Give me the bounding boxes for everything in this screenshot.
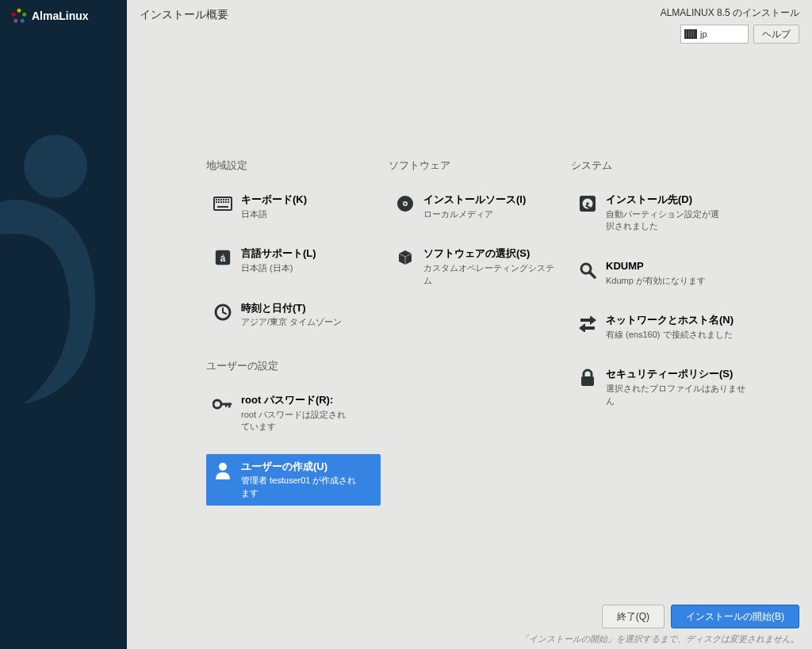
network-arrows-icon [577, 314, 598, 334]
spoke-keyboard-sub: 日本語 [241, 208, 307, 220]
spoke-user-create-sub: 管理者 testuser01 が作成されます [241, 475, 360, 499]
svg-rect-15 [218, 201, 220, 203]
footer: 終了(Q) インストールの開始(B) 「インストールの開始」を選択するまで、ディ… [127, 598, 812, 649]
brand-logo: AlmaLinux [0, 0, 127, 32]
magnifier-icon [577, 260, 598, 281]
spoke-language[interactable]: á 言語サポート(L) 日本語 (日本) [206, 241, 381, 281]
svg-rect-18 [225, 201, 227, 203]
svg-rect-9 [218, 199, 220, 200]
svg-rect-29 [225, 403, 228, 407]
install-product-title: ALMALINUX 8.5 のインストール [661, 6, 799, 20]
spoke-keyboard-title: キーボード(K) [241, 193, 307, 207]
begin-install-button[interactable]: インストールの開始(B) [671, 605, 799, 628]
svg-point-0 [17, 9, 21, 13]
spoke-network-sub: 有線 (ens160) で接続されました [606, 329, 733, 341]
keyboard-icon [684, 29, 697, 39]
svg-rect-41 [581, 376, 594, 386]
quit-button-label: 終了(Q) [617, 610, 649, 624]
spoke-source-title: インストールソース(I) [423, 193, 526, 207]
svg-point-5 [24, 135, 87, 198]
spoke-software-selection[interactable]: ソフトウェアの選択(S) カスタムオペレーティングシステム [389, 241, 563, 293]
svg-rect-8 [216, 199, 217, 200]
svg-rect-16 [220, 201, 222, 203]
spoke-selection-title: ソフトウェアの選択(S) [423, 247, 557, 261]
user-icon [213, 460, 233, 481]
spoke-destination-title: インストール先(D) [606, 193, 725, 207]
svg-point-26 [213, 400, 221, 408]
language-icon: á [213, 247, 233, 268]
spoke-kdump-title: KDUMP [606, 260, 706, 273]
spoke-time[interactable]: 時刻と日付(T) アジア/東京 タイムゾーン [206, 296, 381, 335]
spoke-selection-sub: カスタムオペレーティングシステム [423, 262, 557, 287]
summary-content: 地域設定 キーボード(K) 日本語 á 言語サポート(L) [127, 48, 812, 594]
spoke-security-sub: 選択されたプロファイルはありません [606, 383, 749, 407]
header: インストール概要 ALMALINUX 8.5 のインストール jp ヘルプ [127, 0, 812, 48]
svg-text:á: á [220, 253, 226, 264]
svg-rect-10 [220, 199, 222, 200]
svg-point-3 [13, 19, 17, 23]
spoke-time-sub: アジア/東京 タイムゾーン [241, 316, 342, 328]
spoke-security-title: セキュリティーポリシー(S) [606, 368, 749, 381]
spoke-language-sub: 日本語 (日本) [241, 262, 316, 274]
spoke-kdump[interactable]: KDUMP Kdump が有効になります [571, 254, 769, 293]
begin-install-button-label: インストールの開始(B) [686, 610, 784, 624]
spoke-destination[interactable]: インストール先(D) 自動パーティション設定が選択されました [571, 187, 769, 239]
category-system: システム インストール先(D) 自動パーティション設定が選択されました [571, 158, 769, 520]
svg-point-1 [22, 13, 26, 17]
keyboard-layout-label: jp [700, 29, 707, 39]
keyboard-layout-selector[interactable]: jp [680, 25, 749, 44]
spoke-keyboard[interactable]: キーボード(K) 日本語 [206, 187, 381, 227]
spoke-kdump-sub: Kdump が有効になります [606, 275, 706, 287]
key-icon [213, 394, 233, 414]
sidebar: AlmaLinux [0, 0, 127, 649]
brand-name: AlmaLinux [32, 10, 89, 22]
svg-rect-28 [228, 403, 231, 407]
spoke-language-title: 言語サポート(L) [241, 247, 316, 261]
spoke-root-password[interactable]: root パスワード(R): root パスワードは設定されています [206, 387, 381, 440]
category-title-user: ユーザーの設定 [206, 359, 381, 373]
spoke-source-sub: ローカルメディア [423, 208, 526, 220]
footer-note: 「インストールの開始」を選択するまで、ディスクは変更されません。 [140, 633, 799, 645]
spoke-user-create-title: ユーザーの作成(U) [241, 460, 360, 474]
svg-line-40 [590, 273, 595, 277]
svg-rect-17 [223, 201, 224, 203]
spoke-root-title: root パスワード(R): [241, 394, 352, 407]
category-title-system: システム [571, 158, 769, 173]
svg-point-4 [12, 13, 16, 17]
spoke-user-create[interactable]: ユーザーの作成(U) 管理者 testuser01 が作成されます [206, 454, 381, 506]
spoke-root-sub: root パスワードは設定されています [241, 409, 352, 433]
spoke-network[interactable]: ネットワークとホスト名(N) 有線 (ens160) で接続されました [571, 307, 769, 347]
clock-icon [213, 302, 233, 323]
disc-icon [395, 193, 416, 214]
main-panel: インストール概要 ALMALINUX 8.5 のインストール jp ヘルプ 地域… [127, 0, 812, 649]
hard-drive-icon [577, 193, 598, 214]
quit-button[interactable]: 終了(Q) [602, 605, 665, 628]
category-title-software: ソフトウェア [389, 158, 563, 173]
svg-point-30 [219, 463, 227, 471]
category-localization: 地域設定 キーボード(K) 日本語 á 言語サポート(L) [206, 158, 381, 520]
spoke-time-title: 時刻と日付(T) [241, 302, 342, 315]
svg-point-37 [586, 202, 589, 205]
svg-rect-12 [225, 199, 227, 200]
category-user: ユーザーの設定 root パスワード(R): root パスワードは設定されてい… [206, 359, 381, 506]
svg-rect-11 [223, 199, 224, 200]
spoke-network-title: ネットワークとホスト名(N) [606, 314, 733, 327]
svg-line-25 [223, 312, 226, 314]
help-button[interactable]: ヘルプ [753, 25, 799, 44]
keyboard-icon [213, 193, 233, 214]
spoke-destination-sub: 自動パーティション設定が選択されました [606, 208, 725, 233]
package-icon [395, 247, 416, 268]
help-button-label: ヘルプ [762, 28, 791, 41]
lock-icon [577, 368, 598, 388]
spoke-install-source[interactable]: インストールソース(I) ローカルメディア [389, 187, 563, 227]
svg-rect-19 [228, 201, 229, 203]
svg-point-33 [404, 203, 407, 205]
svg-point-2 [21, 19, 25, 23]
almalinux-icon [11, 8, 27, 24]
svg-rect-20 [217, 206, 228, 208]
category-software: ソフトウェア インストールソース(I) ローカルメディア ソフト [389, 158, 563, 520]
svg-rect-14 [216, 201, 217, 203]
spoke-security[interactable]: セキュリティーポリシー(S) 選択されたプロファイルはありません [571, 361, 769, 414]
svg-rect-13 [228, 199, 229, 200]
category-title-localization: 地域設定 [206, 158, 381, 173]
